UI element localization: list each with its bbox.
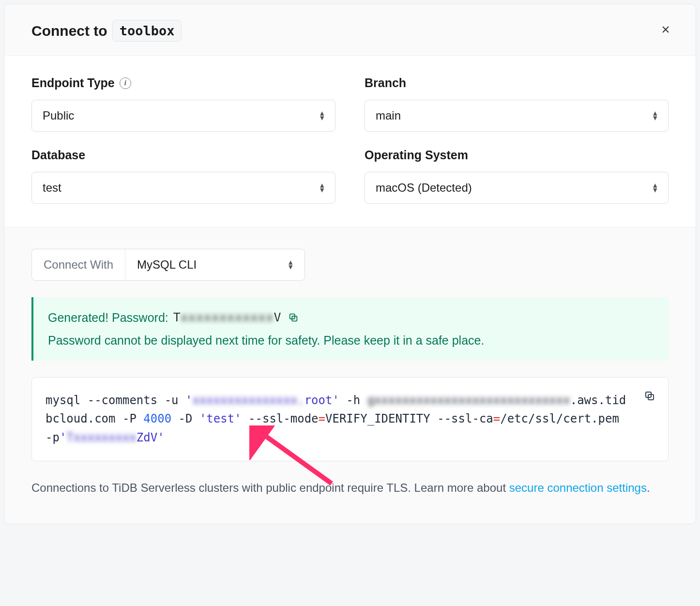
- modal-header: Connect to toolbox: [4, 4, 696, 56]
- chevron-updown-icon: ▴▾: [289, 260, 293, 270]
- chevron-updown-icon: ▴▾: [320, 111, 324, 121]
- masked-host: gxxxxxxxxxxxxxxxxxxxxxxxxxxxx: [367, 394, 570, 407]
- password-generated-alert: Generated! Password: TxxxxxxxxxxxxV Pass…: [31, 297, 669, 361]
- secure-connection-settings-link[interactable]: secure connection settings: [509, 481, 647, 494]
- connect-with-value: MySQL CLI ▴▾: [125, 249, 304, 280]
- copy-icon: [644, 390, 655, 402]
- field-label-text: Endpoint Type: [31, 76, 115, 90]
- endpoint-type-select[interactable]: Public ▴▾: [31, 100, 335, 132]
- chevron-updown-icon: ▴▾: [653, 183, 657, 193]
- masked-password: Txxxxxxxxx: [66, 431, 137, 444]
- select-value: Public: [43, 109, 74, 122]
- info-icon[interactable]: i: [120, 77, 131, 89]
- select-value: macOS (Detected): [376, 181, 472, 195]
- tls-footer-note: Connections to TiDB Serverless clusters …: [31, 479, 669, 497]
- close-button[interactable]: [657, 21, 674, 41]
- password-prefix: T: [173, 310, 181, 324]
- endpoint-type-label: Endpoint Type i: [31, 76, 335, 90]
- select-value: MySQL CLI: [137, 258, 197, 272]
- chevron-updown-icon: ▴▾: [653, 111, 657, 121]
- select-value: test: [43, 181, 61, 195]
- alert-password-line: Generated! Password: TxxxxxxxxxxxxV: [48, 308, 654, 327]
- branch-select[interactable]: main ▴▾: [365, 100, 669, 132]
- database-label: Database: [31, 148, 335, 162]
- connection-string-code: mysql --comments -u 'xxxxxxxxxxxxxxx.roo…: [31, 377, 669, 462]
- copy-password-button[interactable]: [286, 310, 301, 325]
- svg-line-4: [259, 431, 332, 484]
- connect-with-select[interactable]: Connect With MySQL CLI ▴▾: [31, 249, 305, 281]
- connect-modal: Connect to toolbox Endpoint Type i Publi…: [4, 4, 696, 524]
- annotation-arrow-icon: [249, 425, 346, 488]
- close-icon: [660, 24, 671, 35]
- title-prefix: Connect to: [31, 23, 107, 39]
- connect-with-label: Connect With: [32, 249, 125, 280]
- database-select[interactable]: test ▴▾: [31, 172, 335, 204]
- alert-generated-label: Generated! Password:: [48, 308, 168, 327]
- select-value: main: [376, 109, 401, 122]
- endpoint-type-field: Endpoint Type i Public ▴▾: [31, 76, 335, 132]
- modal-title: Connect to toolbox: [31, 20, 182, 42]
- masked-user: xxxxxxxxxxxxxxx.: [192, 394, 304, 407]
- chevron-updown-icon: ▴▾: [320, 183, 324, 193]
- password-suffix: V: [274, 310, 281, 324]
- title-cluster-chip: toolbox: [112, 20, 182, 42]
- form-section: Endpoint Type i Public ▴▾ Branch main ▴▾…: [4, 56, 696, 227]
- branch-field: Branch main ▴▾: [365, 76, 669, 132]
- alert-note: Password cannot be displayed next time f…: [48, 331, 654, 350]
- password-masked: xxxxxxxxxxxx: [181, 308, 274, 327]
- branch-label: Branch: [365, 76, 669, 90]
- copy-connection-string-button[interactable]: [642, 388, 657, 405]
- operating-system-label: Operating System: [365, 148, 669, 162]
- port-number: 4000: [143, 412, 171, 425]
- copy-icon: [288, 312, 299, 323]
- database-field: Database test ▴▾: [31, 148, 335, 204]
- connection-output-section: Connect With MySQL CLI ▴▾ Generated! Pas…: [4, 227, 696, 524]
- operating-system-select[interactable]: macOS (Detected) ▴▾: [365, 172, 669, 204]
- operating-system-field: Operating System macOS (Detected) ▴▾: [365, 148, 669, 204]
